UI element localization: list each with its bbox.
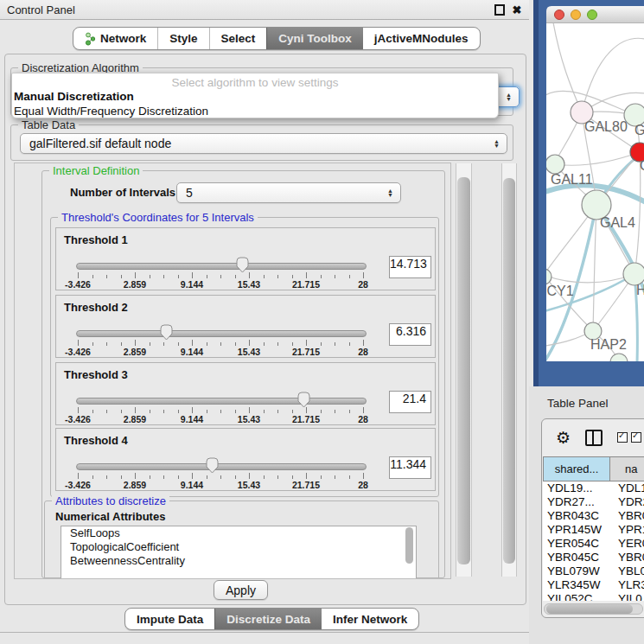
- split-columns-icon[interactable]: [585, 430, 603, 446]
- attributes-list-scrollbar[interactable]: [405, 527, 413, 564]
- tab-select[interactable]: Select: [209, 28, 267, 49]
- scrollbar-thumb[interactable]: [546, 604, 633, 614]
- tab-jactivemnodules-label: jActiveMNodules: [374, 32, 469, 45]
- control-panel-titlebar: Control Panel ✖: [0, 0, 529, 20]
- table-row[interactable]: YDR27...YDR2: [543, 495, 644, 509]
- tab-discretize-data-label: Discretize Data: [226, 613, 310, 626]
- tab-cyni-toolbox[interactable]: Cyni Toolbox: [266, 28, 363, 49]
- tab-infer-network-label: Infer Network: [333, 613, 407, 626]
- column-header-shared-name[interactable]: shared...: [543, 456, 610, 481]
- attributes-group: Attributes to discretize Numerical Attri…: [44, 501, 439, 579]
- table-data-combobox-value: galFiltered.sif default node: [29, 137, 171, 150]
- threshold-3-value-field[interactable]: 21.4: [389, 391, 431, 413]
- gear-icon[interactable]: ⚙: [556, 430, 571, 446]
- number-of-intervals-value: 5: [186, 186, 193, 200]
- combo-arrows-icon: ▲▼: [387, 188, 393, 197]
- table-panel-inner: ⚙ shared... na YDL19...YDL1YDR27...YDR2Y…: [541, 418, 644, 618]
- table-body: YDL19...YDL1YDR27...YDR2YBR043CYBR0YPR14…: [543, 481, 644, 601]
- threshold-panel-3: Threshold 3 -3.4262.8599.14415.4321.7152…: [55, 362, 436, 425]
- node-label-gal80: GAL80: [584, 119, 628, 134]
- table-data-group-title: Table Data: [18, 118, 79, 131]
- network-view[interactable]: GAL80 GA C GAL11 GAL4 GCY1 H HAP2: [533, 0, 644, 386]
- tab-jactivemnodules[interactable]: jActiveMNodules: [363, 28, 480, 49]
- mac-zoom-button[interactable]: [588, 10, 597, 20]
- slider-handle[interactable]: [206, 457, 219, 474]
- table-header-row: shared... na: [543, 456, 644, 481]
- scrollbar-thumb[interactable]: [457, 177, 470, 564]
- thresholds-group-title: Threshold's Coordinates for 5 Intervals: [58, 211, 258, 224]
- table-row[interactable]: YBR043CYBR0: [543, 509, 644, 523]
- tab-discretize-data[interactable]: Discretize Data: [214, 609, 322, 629]
- table-row[interactable]: YIL052CYIL0: [543, 592, 644, 601]
- table-data-combobox[interactable]: galFiltered.sif default node ▲▼: [20, 133, 507, 154]
- threshold-4-slider[interactable]: -3.4262.8599.14415.4321.71528: [78, 429, 363, 490]
- threshold-1-slider[interactable]: -3.4262.8599.14415.4321.71528: [78, 228, 363, 290]
- table-horizontal-scrollbar[interactable]: [544, 603, 643, 615]
- threshold-panel-1: Threshold 1 -3.4262.8599.14415.4321.7152…: [55, 227, 436, 290]
- checkbox-icon[interactable]: [631, 432, 641, 443]
- apply-button[interactable]: Apply: [214, 580, 268, 600]
- mac-close-button[interactable]: [555, 10, 564, 20]
- table-row[interactable]: YBR045CYBR0: [543, 551, 644, 564]
- slider-tick-labels: -3.4262.8599.14415.4321.71528: [78, 414, 363, 424]
- settings-viewport: Interval Definition Number of Intervals …: [14, 163, 451, 579]
- node-label-partial-c: C: [640, 158, 644, 173]
- table-data-group: Table Data galFiltered.sif default node …: [10, 124, 513, 161]
- slider-handle[interactable]: [160, 324, 173, 341]
- numerical-attributes-list[interactable]: SelfLoopsTopologicalCoefficientBetweenne…: [61, 526, 417, 579]
- network-window-frame-edge: [533, 0, 539, 386]
- tab-impute-data[interactable]: Impute Data: [125, 609, 214, 629]
- column-header-name[interactable]: na: [610, 456, 644, 481]
- table-row[interactable]: YDL19...YDL1: [543, 481, 644, 495]
- attribute-list-item[interactable]: TopologicalCoefficient: [61, 540, 416, 554]
- attribute-list-item[interactable]: BetweennessCentrality: [61, 554, 416, 568]
- tab-network-label: Network: [100, 32, 146, 45]
- algorithm-placeholder: Select algorithm to view settings: [12, 73, 498, 89]
- table-row[interactable]: YBL079WYBL0: [543, 564, 644, 578]
- number-of-intervals-combobox[interactable]: 5 ▲▼: [176, 182, 401, 203]
- cyni-bottom-tabbar: Impute Data Discretize Data Infer Networ…: [124, 608, 419, 630]
- control-panel-tabbar: Network Style Select Cyni Toolbox jActiv…: [73, 27, 481, 50]
- threshold-1-value-field[interactable]: 14.713: [389, 256, 431, 278]
- float-icon: [494, 4, 505, 16]
- slider-track[interactable]: [76, 330, 367, 337]
- algorithm-option[interactable]: Equal Width/Frequency Discretization: [12, 104, 498, 118]
- slider-tick-labels: -3.4262.8599.14415.4321.71528: [78, 347, 363, 356]
- settings-outer-scrollbar[interactable]: [501, 163, 517, 577]
- attribute-list-item[interactable]: SelfLoops: [61, 526, 416, 540]
- slider-track[interactable]: [76, 263, 367, 270]
- threshold-4-value-field[interactable]: 11.344: [389, 456, 431, 479]
- combo-arrows-icon: ▲▼: [494, 139, 500, 148]
- slider-track[interactable]: [76, 463, 367, 470]
- node-label-partial-h: H: [636, 283, 644, 297]
- slider-handle[interactable]: [236, 257, 249, 273]
- table-row[interactable]: YER054CYER0: [543, 537, 644, 551]
- slider-track[interactable]: [76, 398, 367, 405]
- tab-cyni-toolbox-label: Cyni Toolbox: [278, 32, 352, 45]
- table-row[interactable]: YLR345WYLR3: [543, 578, 644, 592]
- float-window-button[interactable]: [494, 4, 505, 15]
- close-panel-button[interactable]: ✖: [512, 4, 522, 15]
- threshold-2-slider[interactable]: -3.4262.8599.14415.4321.71528: [78, 296, 363, 357]
- settings-inner-scrollbar[interactable]: [456, 163, 472, 577]
- interval-definition-title: Interval Definition: [49, 164, 143, 177]
- node-gal11[interactable]: [545, 155, 564, 174]
- threshold-panel-4: Threshold 4 -3.4262.8599.14415.4321.7152…: [55, 428, 436, 491]
- tab-network[interactable]: Network: [73, 28, 157, 49]
- algorithm-dropdown-popup: Select algorithm to view settings Manual…: [11, 73, 499, 118]
- tab-select-label: Select: [221, 32, 256, 45]
- threshold-2-value-field[interactable]: 6.316: [389, 323, 431, 346]
- slider-handle[interactable]: [297, 392, 310, 408]
- threshold-3-slider[interactable]: -3.4262.8599.14415.4321.71528: [78, 363, 363, 424]
- mac-minimize-button[interactable]: [571, 10, 581, 20]
- close-icon: ✖: [513, 4, 522, 16]
- scrollbar-thumb[interactable]: [503, 178, 515, 564]
- slider-ticks: [78, 407, 363, 414]
- algorithm-option-list: Manual DiscretizationEqual Width/Frequen…: [12, 89, 498, 118]
- checkbox-icon[interactable]: [617, 432, 628, 443]
- control-panel-bottom-border: [0, 632, 529, 633]
- tab-infer-network[interactable]: Infer Network: [322, 609, 418, 629]
- tab-style[interactable]: Style: [157, 28, 208, 49]
- table-row[interactable]: YPR145WYPR1: [543, 523, 644, 537]
- algorithm-option[interactable]: Manual Discretization: [12, 89, 498, 104]
